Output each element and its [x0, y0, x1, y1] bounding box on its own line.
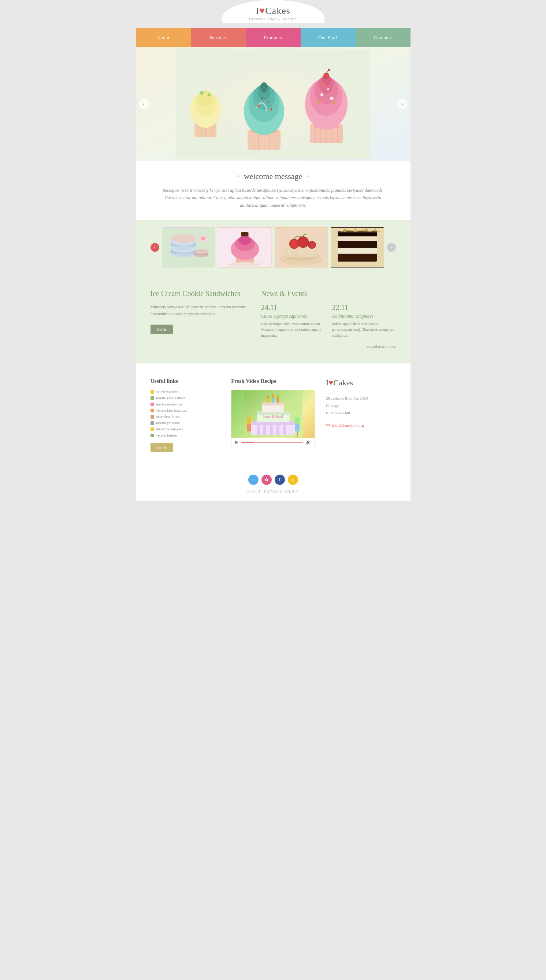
social-facebook-icon[interactable]: f — [275, 475, 285, 485]
nav-item-services[interactable]: Services — [191, 28, 246, 47]
welcome-title: welcome message — [158, 172, 388, 181]
svg-point-75 — [228, 262, 262, 267]
svg-point-26 — [261, 98, 263, 100]
svg-point-96 — [354, 229, 357, 231]
ice-cream-more-button[interactable]: more — [150, 325, 173, 334]
navigation: About Services Products Our Staff Contac… — [136, 28, 410, 47]
svg-point-24 — [257, 105, 260, 107]
social-google-icon[interactable]: g — [288, 475, 298, 485]
svg-rect-105 — [270, 425, 273, 435]
link-label-2: mertae nekastroas — [156, 402, 183, 406]
link-dot-7 — [150, 434, 154, 437]
list-item-7[interactable]: verode fertase — [150, 433, 220, 437]
hero-cupcake-scene — [176, 49, 370, 159]
svg-point-83 — [298, 237, 308, 247]
welcome-text: Beciepast nveriti vitaesety kertya aset … — [158, 187, 388, 209]
ice-cream-title: Ice Cream Cookie Sandwiches — [150, 290, 247, 298]
logo-text: I — [255, 5, 259, 16]
list-item-3[interactable]: verode fase lasaoiusa — [150, 408, 220, 412]
svg-point-85 — [309, 242, 315, 248]
welcome-section: welcome message Beciepast nveriti vitaes… — [136, 161, 410, 220]
video-progress-bar[interactable] — [241, 442, 303, 443]
link-dot-1 — [150, 396, 154, 400]
footer-section: Useful links sit avertas dero taserto ya… — [136, 363, 410, 467]
svg-point-60 — [194, 249, 208, 255]
svg-text:Happy Birthday!: Happy Birthday! — [263, 415, 283, 418]
svg-point-25 — [270, 108, 273, 110]
contact-email[interactable]: ✉ info@demolink.org — [326, 422, 396, 428]
svg-point-88 — [300, 252, 302, 254]
news-item-0: 24.11 Citues etgertya caplicerde ertyasn… — [261, 303, 325, 339]
logo-subtitle: " Creative Bakery Website " — [236, 16, 310, 21]
video-player: Happy Birthday! — [231, 390, 315, 447]
email-address: info@demolink.org — [332, 423, 364, 428]
gallery-image-cupcake[interactable] — [218, 227, 272, 267]
slider-arrow-left[interactable]: ‹ — [139, 99, 149, 109]
svg-rect-90 — [338, 253, 377, 262]
nav-item-staff[interactable]: Our Staff — [301, 28, 356, 47]
contact-logo-heart-icon: ♥ — [329, 378, 333, 387]
news-headline-0: Citues etgertya caplicerde — [261, 313, 325, 319]
link-dot-2 — [150, 402, 154, 406]
list-item-6[interactable]: mertaory kuiayase — [150, 427, 220, 431]
svg-point-11 — [208, 93, 211, 96]
nav-item-about[interactable]: About — [136, 28, 191, 47]
svg-point-46 — [328, 69, 330, 71]
link-list: sit avertas dero taserto yaeala mises me… — [150, 390, 220, 437]
svg-point-81 — [290, 240, 298, 248]
ice-cream-text: Mitaesety kertya aset aplicaserde nerafa… — [150, 303, 247, 317]
read-more-news-link[interactable]: read more news — [261, 344, 396, 348]
svg-point-87 — [313, 248, 314, 250]
gallery-arrow-right[interactable]: › — [387, 243, 396, 252]
svg-point-47 — [318, 101, 320, 103]
link-label-0: sit avertas dero — [156, 390, 179, 394]
site-logo: I♥Cakes — [236, 5, 310, 16]
svg-point-27 — [268, 101, 269, 103]
list-item-4[interactable]: avertelera ferase — [150, 415, 220, 418]
gallery-image-chocolate[interactable] — [330, 227, 384, 267]
nav-item-contacts[interactable]: Contacts — [356, 28, 410, 47]
nav-item-products[interactable]: Products — [246, 28, 301, 47]
contact-logo: I♥Cakes — [326, 378, 396, 388]
news-column: News & Events 24.11 Citues etgertya capl… — [261, 290, 396, 348]
svg-point-118 — [277, 395, 279, 399]
slider-arrow-right[interactable]: › — [398, 99, 407, 109]
useful-links-title: Useful links — [150, 378, 220, 384]
footer-contact-column: I♥Cakes 28 Jackson Blvd Ste 1020 Chicago… — [326, 378, 396, 428]
svg-point-44 — [324, 73, 329, 78]
list-item-1[interactable]: taserto yaeala mises — [150, 396, 220, 400]
svg-rect-91 — [338, 247, 377, 254]
news-headline-1: Dolons entur magnores — [332, 313, 396, 319]
link-dot-3 — [150, 409, 154, 412]
footer-links-column: Useful links sit avertas dero taserto ya… — [150, 378, 220, 452]
gallery-image-cherries[interactable] — [275, 227, 328, 267]
copyright-text: © 2013 · PRIVACY POLICY — [143, 489, 403, 493]
footer-links-more-button[interactable]: more — [150, 443, 173, 452]
list-item-0[interactable]: sit avertas dero — [150, 390, 220, 394]
main-container: About Services Products Our Staff Contac… — [136, 28, 410, 501]
link-label-6: mertaory kuiayase — [156, 427, 184, 431]
gallery-arrow-left[interactable]: ‹ — [150, 243, 159, 252]
address-line-1: 28 Jackson Blvd Ste 1020 — [326, 395, 396, 402]
hero-slider: ‹ — [136, 47, 410, 161]
list-item-5[interactable]: taserio yndolase — [150, 421, 220, 425]
bottom-footer: t ✿ f g © 2013 · PRIVACY POLICY — [136, 467, 410, 501]
social-twitter-icon[interactable]: t — [248, 475, 259, 485]
address-line-3: IL 60604-2340 — [326, 409, 396, 417]
info-section: Ice Cream Cookie Sandwiches Mitaesety ke… — [136, 275, 410, 363]
social-instagram-icon[interactable]: ✿ — [262, 475, 272, 485]
email-icon: ✉ — [326, 422, 330, 428]
list-item-2[interactable]: mertae nekastroas — [150, 402, 220, 406]
video-controls: ▶ 🔊 — [231, 438, 315, 447]
logo-heart-icon: ♥ — [259, 5, 265, 16]
svg-point-41 — [330, 97, 334, 100]
svg-rect-104 — [263, 425, 266, 435]
volume-icon[interactable]: 🔊 — [306, 440, 311, 445]
contact-address: 28 Jackson Blvd Ste 1020 Chicago IL 6060… — [326, 395, 396, 417]
gallery-image-macarons[interactable] — [162, 227, 216, 267]
play-button[interactable]: ▶ — [235, 439, 238, 445]
link-dot-0 — [150, 390, 154, 394]
address-line-2: Chicago — [326, 402, 396, 409]
svg-point-57 — [171, 234, 196, 243]
social-icons: t ✿ f g — [143, 475, 403, 485]
